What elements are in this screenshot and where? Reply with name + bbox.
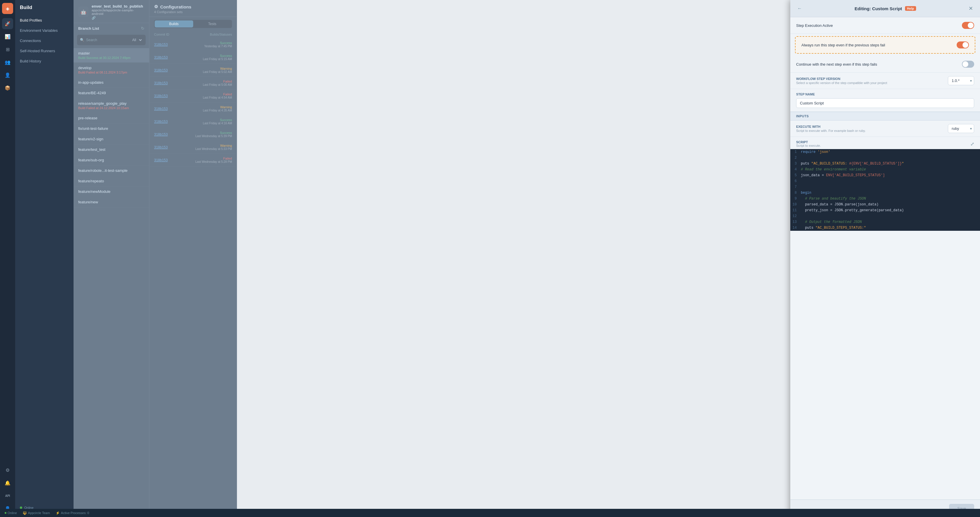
- builds-table-header: Commit ID Builds/Statuses: [150, 31, 237, 38]
- table-row[interactable]: 318b153 Success Yesterday at 7:45 PM: [150, 38, 237, 51]
- list-item[interactable]: pre-release: [73, 113, 149, 123]
- left-navigation: Build Build Profiles Environment Variabl…: [15, 0, 73, 517]
- package-icon[interactable]: 📦: [2, 82, 13, 93]
- execute-with-label-block: EXECUTE WITH Script to execute with. For…: [796, 125, 865, 132]
- api-icon[interactable]: API: [2, 490, 13, 501]
- list-item[interactable]: feature/newModule: [73, 186, 149, 197]
- bell-icon[interactable]: 🔔: [2, 477, 13, 488]
- step-name-label: STEP NAME: [796, 92, 974, 96]
- code-editor[interactable]: 1 require 'json' 2 3 puts "AC_BUILD_STAT…: [790, 149, 980, 231]
- builds-tabs: Builds Tests: [154, 20, 232, 28]
- main-content: 🤖 enver_test_build_to_publish appcircle/…: [73, 0, 980, 517]
- toggle-knob: [963, 61, 968, 67]
- always-run-row: Always run this step even if the previou…: [795, 36, 975, 54]
- builds-panel: ⚙ Configurations 4 Configuration sets Bu…: [150, 0, 237, 517]
- execute-with-select[interactable]: ruby bash: [948, 124, 974, 133]
- workflow-version-label-block: WORKFLOW STEP VERSION Select a specific …: [796, 77, 887, 84]
- code-line: 8 begin: [790, 190, 980, 196]
- list-item[interactable]: develop Build Failed at 08.11.2024 3:17p…: [73, 63, 149, 77]
- settings-icon[interactable]: ⚙: [2, 465, 13, 476]
- list-item[interactable]: fix/unit-test-failure: [73, 123, 149, 134]
- list-item[interactable]: release/sample_google_play Build Failed …: [73, 98, 149, 113]
- script-sub-label: Script to execute.: [796, 144, 821, 147]
- branch-list-title: Branch List: [78, 26, 99, 31]
- edit-panel-title: Editing: Custom Script Help: [854, 6, 916, 11]
- chart-icon[interactable]: 📊: [2, 31, 13, 42]
- builds-header: ⚙ Configurations 4 Configuration sets: [150, 0, 237, 17]
- grid-icon[interactable]: ⊞: [2, 44, 13, 55]
- list-item[interactable]: feature/robole...it-test-sample: [73, 165, 149, 176]
- nav-item-connections[interactable]: Connections: [15, 36, 73, 46]
- always-run-label: Always run this step even if the previou…: [802, 43, 885, 47]
- search-input[interactable]: [86, 38, 127, 42]
- code-line: 2: [790, 155, 980, 161]
- step-name-input[interactable]: [796, 98, 974, 108]
- builds-subtitle: 4 Configuration sets: [154, 10, 232, 14]
- list-item[interactable]: feature/sub-org: [73, 155, 149, 165]
- branch-filter-select[interactable]: All: [129, 37, 143, 43]
- execute-with-sub-label: Script to execute with. For example bash…: [796, 129, 865, 132]
- bottom-bar: Online 🔱 Appcircle Team ⚡ Active Process…: [0, 509, 980, 517]
- always-run-toggle[interactable]: [957, 41, 969, 48]
- code-line: 1 require 'json': [790, 149, 980, 155]
- list-item[interactable]: feature/test_test: [73, 145, 149, 155]
- table-row[interactable]: 318b153 Warning Last Wednesday at 5:33 P…: [150, 141, 237, 154]
- workflow-version-select[interactable]: 1.0.* latest: [948, 76, 974, 85]
- list-item[interactable]: master Build Success at 30.12.2024 7:49p…: [73, 48, 149, 63]
- step-execution-toggle[interactable]: [962, 22, 974, 29]
- table-row[interactable]: 318b153 Failed Last Friday at 5:00 AM: [150, 77, 237, 89]
- code-line: 6: [790, 178, 980, 184]
- back-button[interactable]: ←: [796, 5, 803, 12]
- inputs-section-label: INPUTS: [796, 115, 974, 118]
- app-title: Build: [15, 5, 73, 15]
- script-main-label: SCRIPT: [796, 140, 821, 144]
- users-icon[interactable]: 👥: [2, 57, 13, 68]
- close-button[interactable]: ✕: [967, 4, 974, 13]
- edit-panel: ← Editing: Custom Script Help ✕ Step Exe…: [790, 0, 980, 517]
- search-icon: 🔍: [80, 38, 84, 42]
- table-row[interactable]: 318b153 Success Last Friday at 5:15 AM: [150, 51, 237, 64]
- refresh-icon[interactable]: ↻: [141, 26, 145, 31]
- inputs-section-divider: INPUTS: [790, 112, 980, 121]
- build-icon[interactable]: 🚀: [2, 18, 13, 29]
- tab-builds[interactable]: Builds: [155, 21, 193, 27]
- nav-item-self-hosted-runners[interactable]: Self-Hosted Runners: [15, 46, 73, 56]
- project-info: enver_test_build_to_publish appcircle/ap…: [92, 4, 145, 20]
- code-line: 3 puts "AC_BUILD_STATUS: #{ENV['AC_BUILD…: [790, 161, 980, 167]
- continue-on-fail-toggle[interactable]: [962, 61, 974, 68]
- continue-on-fail-row: Continue with the next step even if this…: [790, 56, 980, 73]
- builds-title: ⚙ Configurations: [154, 4, 232, 10]
- list-item[interactable]: feature/repeato: [73, 176, 149, 186]
- list-item[interactable]: feature/BE-4249: [73, 88, 149, 98]
- branch-list: master Build Success at 30.12.2024 7:49p…: [73, 48, 149, 517]
- list-item[interactable]: feature/new: [73, 197, 149, 207]
- table-row[interactable]: 318b153 Failed Last Friday at 4:54 AM: [150, 89, 237, 102]
- table-row[interactable]: 318b153 Success Last Wednesday at 5:39 P…: [150, 128, 237, 141]
- table-row[interactable]: 318b153 Warning Last Friday at 4:35 AM: [150, 102, 237, 115]
- code-line: 13 # Output the formatted JSON: [790, 219, 980, 225]
- workflow-version-row: WORKFLOW STEP VERSION Select a specific …: [790, 73, 980, 89]
- script-header: SCRIPT Script to execute. ⤢: [790, 137, 980, 149]
- nav-item-build-history[interactable]: Build History: [15, 56, 73, 66]
- code-line: 10 parsed_data = JSON.parse(json_data): [790, 202, 980, 207]
- expand-icon[interactable]: ⤢: [970, 141, 974, 147]
- table-row[interactable]: 318b153 Failed Last Wednesday at 5:28 PM: [150, 154, 237, 167]
- edit-panel-header: ← Editing: Custom Script Help ✕: [790, 0, 980, 17]
- table-row[interactable]: 318b153 Warning Last Friday at 5:02 AM: [150, 64, 237, 77]
- app-logo-icon[interactable]: ◈: [2, 3, 13, 14]
- person-icon[interactable]: 👤: [2, 70, 13, 81]
- online-dot: [5, 512, 6, 514]
- toggle-knob: [963, 42, 968, 48]
- tab-tests[interactable]: Tests: [193, 21, 232, 27]
- workflow-version-sub-label: Select a specific version of the step co…: [796, 81, 887, 84]
- table-row[interactable]: 318b153 Success Last Friday at 4:16 AM: [150, 115, 237, 128]
- processes-info: ⚡ Active Processes: 0: [56, 511, 89, 515]
- script-label-block: SCRIPT Script to execute.: [796, 140, 821, 147]
- toggle-knob: [968, 22, 974, 28]
- nav-item-build-profiles[interactable]: Build Profiles: [15, 15, 73, 25]
- list-item[interactable]: in-app-updates: [73, 77, 149, 88]
- list-item[interactable]: feature/v2-sign: [73, 134, 149, 145]
- help-badge[interactable]: Help: [905, 6, 916, 11]
- sidebar: ◈ 🚀 📊 ⊞ 👥 👤 📦 ⚙ 🔔 API 👤: [0, 0, 15, 517]
- nav-item-environment-variables[interactable]: Environment Variables: [15, 25, 73, 36]
